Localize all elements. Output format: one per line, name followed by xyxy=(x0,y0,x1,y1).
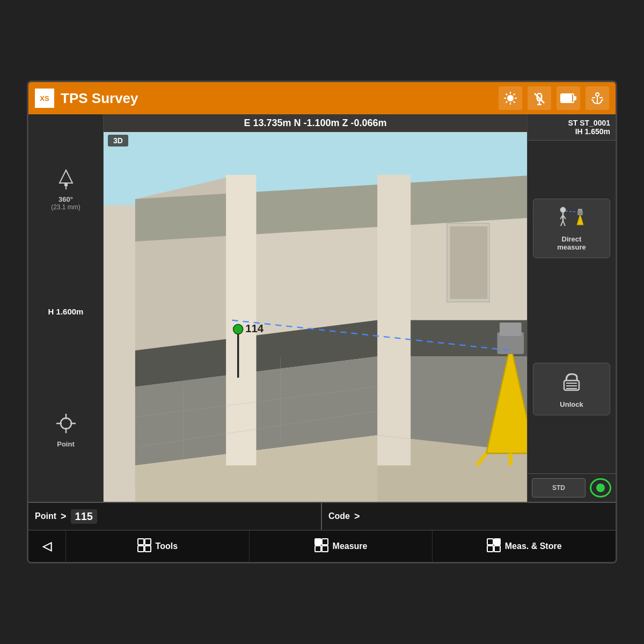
prism-sublabel: (23.1 mm) xyxy=(51,203,80,211)
anchor-icon[interactable] xyxy=(586,86,609,110)
view-mode-badge: 3D xyxy=(108,135,128,147)
svg-rect-77 xyxy=(145,546,151,552)
station-info: ST ST_0001 IH 1.650m xyxy=(528,114,616,141)
svg-rect-75 xyxy=(145,539,151,545)
measure-label: Measure xyxy=(333,541,368,551)
svg-rect-24 xyxy=(64,183,68,186)
prism-icon xyxy=(55,168,77,193)
right-bottom: STD xyxy=(528,473,616,502)
height-display: H 1.600m xyxy=(48,307,84,316)
app-title: TPS Survey xyxy=(61,90,499,107)
code-arrow-icon: > xyxy=(354,511,360,522)
svg-rect-82 xyxy=(487,539,493,545)
header-bar: XS TPS Survey xyxy=(28,82,616,114)
svg-rect-15 xyxy=(574,97,576,100)
code-field[interactable]: Code > xyxy=(322,503,616,530)
back-button[interactable]: ◁ xyxy=(28,531,66,562)
code-field-label: Code xyxy=(328,511,350,521)
unlock-icon xyxy=(560,370,583,397)
point-field[interactable]: Point > 115 xyxy=(28,503,322,530)
svg-rect-76 xyxy=(138,546,144,552)
coordinates-display: E 13.735m N -1.100m Z -0.066m xyxy=(104,114,527,132)
svg-rect-74 xyxy=(138,539,144,545)
sun-icon[interactable] xyxy=(499,86,522,110)
tools-label: Tools xyxy=(156,541,178,551)
svg-point-53 xyxy=(233,324,243,334)
svg-rect-67 xyxy=(577,211,583,215)
svg-line-5 xyxy=(506,94,508,96)
scene-svg: 114 xyxy=(104,114,527,502)
measure-button[interactable]: Measure xyxy=(250,531,433,562)
svg-rect-42 xyxy=(377,175,411,466)
svg-text:114: 114 xyxy=(245,323,264,334)
svg-rect-84 xyxy=(487,546,493,552)
svg-text:TS: TS xyxy=(561,97,568,103)
svg-point-17 xyxy=(596,93,599,96)
svg-line-64 xyxy=(561,221,563,226)
tools-button[interactable]: Tools xyxy=(66,531,250,562)
back-icon: ◁ xyxy=(42,539,52,553)
point-control[interactable]: Point xyxy=(55,413,77,448)
unlock-label: Unlock xyxy=(560,400,583,408)
svg-line-65 xyxy=(563,221,565,226)
direct-measure-label: Directmeasure xyxy=(557,235,586,251)
mic-off-icon[interactable] xyxy=(528,86,551,110)
station-ih: IH 1.650m xyxy=(533,127,610,136)
svg-marker-23 xyxy=(60,170,72,183)
crosshair-icon xyxy=(55,413,77,438)
green-status-button[interactable] xyxy=(590,478,611,497)
direct-measure-button[interactable]: Directmeasure xyxy=(533,199,610,258)
prism-selector[interactable]: 360° (23.1 mm) xyxy=(51,168,80,211)
point-field-label: Point xyxy=(35,511,56,521)
green-dot-indicator xyxy=(596,484,605,492)
svg-point-60 xyxy=(560,207,566,213)
meas-store-button[interactable]: Meas. & Store xyxy=(433,531,616,562)
svg-rect-85 xyxy=(494,546,500,552)
svg-line-7 xyxy=(514,94,515,96)
svg-line-6 xyxy=(514,101,515,103)
svg-rect-47 xyxy=(500,323,522,336)
svg-rect-83 xyxy=(494,539,500,545)
svg-rect-78 xyxy=(315,539,321,545)
left-panel: 360° (23.1 mm) H 1.600m Point xyxy=(28,114,104,502)
meas-store-icon xyxy=(487,538,501,555)
header-icon-group: TS xyxy=(499,86,609,110)
svg-point-26 xyxy=(61,418,71,429)
svg-line-69 xyxy=(566,211,577,212)
battery-icon[interactable]: TS xyxy=(557,86,580,110)
point-arrow-icon: > xyxy=(61,511,67,522)
svg-line-8 xyxy=(506,101,508,103)
svg-rect-44 xyxy=(450,226,488,299)
meas-store-label: Meas. & Store xyxy=(505,541,562,551)
svg-point-0 xyxy=(507,95,514,101)
prism-label: 360° xyxy=(58,195,73,203)
point-value-display: 115 xyxy=(71,509,97,524)
svg-rect-80 xyxy=(315,546,321,552)
info-bar: Point > 115 Code > xyxy=(28,502,616,530)
point-label: Point xyxy=(57,440,75,448)
svg-rect-79 xyxy=(322,539,328,545)
bottom-nav: ◁ Tools Measure xyxy=(28,530,616,562)
measure-icon xyxy=(314,538,328,555)
app-logo: XS xyxy=(35,89,54,108)
device-frame: XS TPS Survey xyxy=(27,80,617,564)
tools-icon xyxy=(137,538,151,555)
right-buttons: Directmeasure xyxy=(528,141,616,473)
svg-rect-68 xyxy=(578,209,582,211)
svg-rect-81 xyxy=(322,546,328,552)
height-label: H 1.600m xyxy=(48,307,84,316)
station-id: ST ST_0001 xyxy=(533,119,610,127)
svg-marker-66 xyxy=(577,214,583,225)
svg-rect-41 xyxy=(226,175,256,466)
viewport: E 13.735m N -1.100m Z -0.066m 3D xyxy=(104,114,527,502)
direct-measure-icon xyxy=(558,206,586,232)
main-area: 360° (23.1 mm) H 1.600m Point xyxy=(28,114,616,502)
svg-line-9 xyxy=(535,93,544,103)
std-button[interactable]: STD xyxy=(532,478,586,497)
unlock-button[interactable]: Unlock xyxy=(533,363,610,415)
right-panel: ST ST_0001 IH 1.650m xyxy=(527,114,616,502)
